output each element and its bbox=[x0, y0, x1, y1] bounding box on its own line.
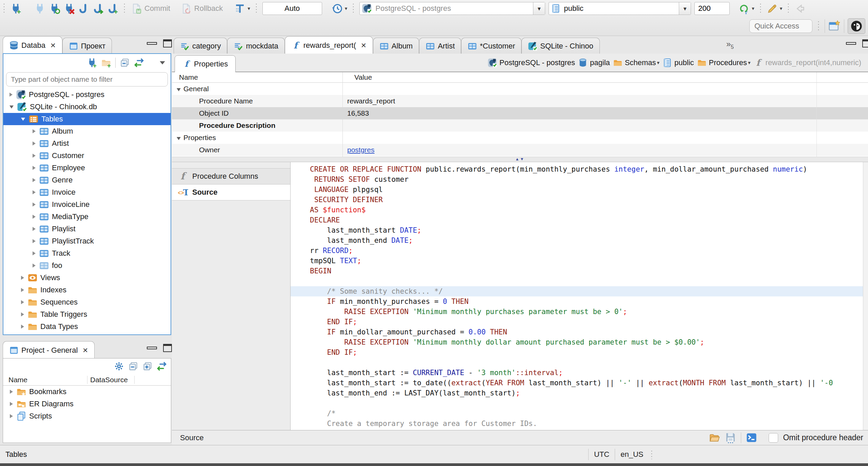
auto-commit-combo[interactable]: Auto bbox=[262, 2, 322, 15]
tree-item-album[interactable]: Album bbox=[3, 125, 171, 137]
grid-name-header[interactable]: Name bbox=[172, 73, 350, 81]
chevron-right-icon[interactable] bbox=[21, 276, 24, 280]
code-line[interactable]: /* bbox=[310, 408, 833, 419]
panel-tab-проект[interactable]: Проект bbox=[62, 38, 112, 54]
refresh-icon[interactable] bbox=[738, 3, 750, 14]
load-from-file-icon[interactable] bbox=[709, 432, 720, 443]
chevron-right-icon[interactable] bbox=[33, 215, 36, 219]
code-line-highlighted[interactable]: /* Some sanity checks... */ bbox=[291, 286, 863, 296]
chevron-right-icon[interactable] bbox=[10, 402, 13, 406]
rollback-icon[interactable] bbox=[180, 3, 192, 14]
maximize-icon[interactable] bbox=[163, 39, 172, 47]
chevron-right-icon[interactable] bbox=[9, 93, 13, 97]
transaction-mode-dropdown[interactable]: ▾ bbox=[248, 5, 250, 12]
code-line[interactable]: DECLARE bbox=[310, 215, 833, 225]
chevron-right-icon[interactable] bbox=[33, 129, 36, 133]
code-line[interactable]: END IF; bbox=[310, 347, 833, 357]
query-history-dropdown[interactable]: ▾ bbox=[345, 5, 348, 12]
tree-item-sqlite-chinook-db[interactable]: SQLite - Chinook.db bbox=[3, 101, 171, 113]
tab-overflow-chevron[interactable]: »5 bbox=[726, 39, 734, 50]
tab-project-general[interactable]: Project - General ✕ bbox=[3, 341, 95, 359]
editor-tab-sqlite-chinoo[interactable]: SQLite - Chinoo bbox=[521, 38, 600, 54]
connection-combo-arrow[interactable]: ▼ bbox=[533, 2, 545, 15]
chevron-right-icon[interactable] bbox=[21, 325, 24, 329]
tree-item-invoiceline[interactable]: InvoiceLine bbox=[3, 198, 171, 211]
tree-item-employee[interactable]: Employee bbox=[3, 162, 171, 174]
code-line[interactable]: SECURITY DEFINER bbox=[310, 195, 833, 205]
close-icon[interactable]: ✕ bbox=[361, 41, 367, 50]
tree-item-customer[interactable]: Customer bbox=[3, 150, 171, 162]
query-history-icon[interactable] bbox=[332, 3, 343, 14]
code-line[interactable]: last_month_start := to_date((extract(YEA… bbox=[310, 378, 833, 388]
maximize-icon[interactable] bbox=[862, 39, 868, 47]
close-icon[interactable]: ✕ bbox=[82, 346, 88, 354]
collapse-all-icon[interactable] bbox=[120, 58, 130, 68]
code-line[interactable] bbox=[310, 398, 833, 408]
code-line[interactable]: rr RECORD; bbox=[310, 246, 833, 256]
dbeaver-perspective-button[interactable] bbox=[848, 18, 865, 34]
property-row-procedure-description[interactable]: Procedure Description bbox=[172, 119, 868, 132]
breadcrumb-item[interactable]: Schemas▾ bbox=[613, 58, 659, 67]
link-with-editor-icon[interactable] bbox=[134, 58, 144, 68]
editor-tab-rewards-report-[interactable]: frewards_report(✕ bbox=[285, 36, 373, 54]
tab-properties[interactable]: f Properties bbox=[175, 55, 236, 73]
code-line[interactable]: CREATE OR REPLACE FUNCTION public.reward… bbox=[310, 164, 833, 174]
chevron-right-icon[interactable] bbox=[33, 141, 36, 145]
commit-button[interactable]: Commit bbox=[144, 4, 170, 13]
tree-item-sequences[interactable]: Sequences bbox=[3, 296, 171, 308]
editor-tab--customer[interactable]: *Customer bbox=[461, 38, 521, 54]
open-sql-script-icon[interactable] bbox=[93, 3, 104, 14]
code-line[interactable]: BEGIN bbox=[310, 266, 833, 276]
code-line[interactable]: END IF; bbox=[310, 317, 833, 327]
chevron-down-icon[interactable] bbox=[9, 105, 14, 109]
tree-item-invoice[interactable]: Invoice bbox=[3, 186, 171, 198]
back-navigation-icon[interactable] bbox=[794, 3, 806, 14]
chevron-right-icon[interactable] bbox=[33, 202, 36, 207]
maximize-icon[interactable] bbox=[163, 344, 172, 352]
new-connection-icon[interactable]: + bbox=[87, 58, 97, 68]
breadcrumb-item[interactable]: public bbox=[663, 58, 694, 67]
collapse-all-icon[interactable] bbox=[128, 361, 138, 371]
code-line[interactable]: AS $function$ bbox=[310, 205, 833, 215]
tree-item-tables[interactable]: Tables bbox=[3, 113, 171, 125]
code-line[interactable] bbox=[310, 357, 833, 368]
chevron-right-icon[interactable] bbox=[33, 239, 36, 243]
timezone-indicator[interactable]: UTC bbox=[589, 450, 615, 459]
refresh-dropdown[interactable]: ▾ bbox=[752, 5, 754, 12]
chevron-down-icon[interactable] bbox=[21, 118, 25, 121]
minimize-icon[interactable] bbox=[147, 347, 157, 349]
chevron-down-icon[interactable] bbox=[177, 137, 181, 140]
property-row-object-id[interactable]: Object ID16,583 bbox=[172, 107, 868, 119]
chevron-right-icon[interactable] bbox=[33, 178, 36, 182]
chevron-right-icon[interactable] bbox=[10, 414, 13, 418]
rollback-button[interactable]: Rollback bbox=[194, 4, 223, 13]
connection-combo[interactable]: PostgreSQL - postgres ▼ bbox=[359, 2, 545, 15]
save-to-file-icon[interactable] bbox=[725, 432, 736, 443]
tree-item-data-types[interactable]: Data Types bbox=[3, 321, 171, 333]
editor-tab-album[interactable]: Album bbox=[373, 38, 419, 54]
breadcrumb-item[interactable]: frewards_report(int4,numeric) bbox=[754, 58, 861, 67]
chevron-down-icon[interactable]: ▾ bbox=[748, 60, 751, 66]
code-line[interactable]: IF min_dollar_amount_purchased = 0.00 TH… bbox=[310, 327, 833, 337]
close-icon[interactable]: ✕ bbox=[50, 41, 56, 50]
chevron-right-icon[interactable] bbox=[21, 312, 24, 316]
tree-item-views[interactable]: Views bbox=[3, 272, 171, 284]
column-name[interactable]: Name bbox=[3, 376, 87, 384]
chevron-right-icon[interactable] bbox=[10, 390, 13, 394]
tree-item-track[interactable]: Track bbox=[3, 247, 171, 259]
chevron-right-icon[interactable] bbox=[21, 288, 24, 292]
tree-item-indexes[interactable]: Indexes bbox=[3, 284, 171, 296]
chevron-down-icon[interactable]: ▾ bbox=[657, 60, 660, 66]
code-line[interactable] bbox=[310, 276, 833, 286]
magic-wand-icon[interactable] bbox=[767, 3, 778, 14]
sql-editor-icon[interactable] bbox=[78, 3, 89, 14]
quick-access-input[interactable] bbox=[749, 19, 812, 33]
commit-icon[interactable] bbox=[131, 3, 142, 14]
property-row-owner[interactable]: Ownerpostgres bbox=[172, 144, 868, 156]
code-line[interactable]: LANGUAGE plpgsql bbox=[310, 185, 833, 195]
property-row-properties[interactable]: Properties bbox=[172, 132, 868, 144]
editor-tab-category[interactable]: category bbox=[174, 38, 227, 54]
code-line[interactable]: last_month_start DATE; bbox=[310, 225, 833, 235]
property-value[interactable]: postgres bbox=[347, 146, 375, 154]
tree-item-mediatype[interactable]: MediaType bbox=[3, 211, 171, 223]
